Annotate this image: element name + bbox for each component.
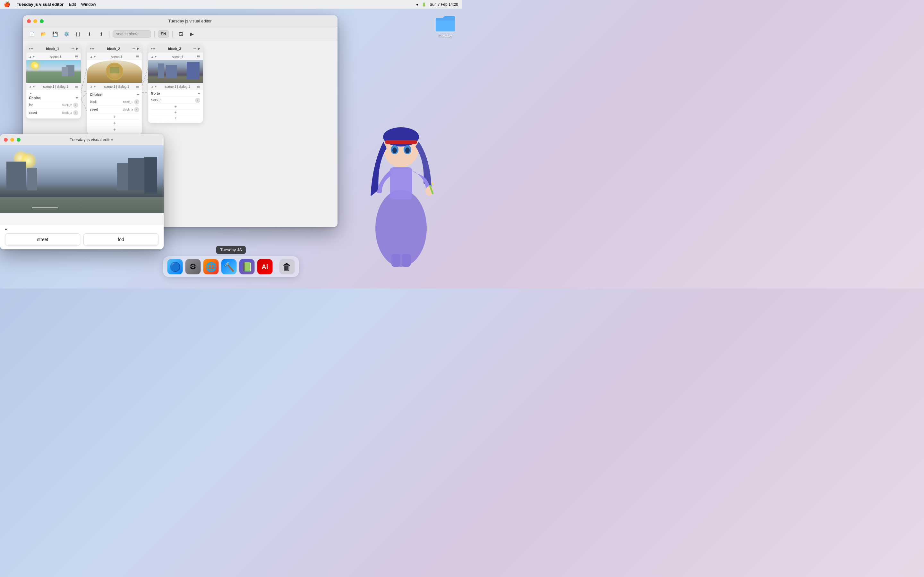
block-1-choice-street: street block_3 › [29,109,78,116]
preview-dialog-dot [5,229,7,230]
block-3-goto-arrow[interactable]: › [195,98,200,103]
dock-xcode[interactable]: 🔨 [221,259,237,274]
edit-menu[interactable]: Edit [69,2,76,7]
block-3-plus-2[interactable]: + [151,109,200,115]
block-2-dialog-menu[interactable]: ☰ [136,84,139,89]
search-input[interactable] [113,31,151,37]
block-1-dialog-section: ▲▼ scene:1 | dialog:1 ☰ Choice ✏ fod blo… [26,83,81,119]
block-1-fod-arrow[interactable]: › [73,103,78,108]
block-2-play-icon[interactable]: ▶ [137,47,139,51]
save-button[interactable]: 💾 [50,29,60,39]
block-2-add-row-2[interactable]: + [90,119,139,126]
svg-rect-18 [391,254,401,267]
block-1-scene-header: ▲▼ scene:1 ☰ [26,53,81,60]
block-1-choice-edit[interactable]: ✏ [76,96,78,100]
preview-minimize-button[interactable] [10,138,14,142]
settings-button[interactable]: ⚙️ [61,29,71,39]
dock-trash[interactable]: 🗑 [279,259,295,274]
preview-scene-image [0,145,164,213]
dock-adobe[interactable]: Ai [257,259,273,274]
block-2-add-row-1[interactable]: + [90,113,139,119]
upload-button[interactable]: ⬆ [85,29,94,39]
preview-maximize-button[interactable] [17,138,21,142]
block-3-title: block_3 [158,47,192,51]
svg-point-14 [405,147,410,153]
block-3-plus-3[interactable]: + [151,115,200,121]
preview-fod-button[interactable]: fod [83,234,158,245]
svg-marker-17 [431,181,433,185]
svg-point-6 [375,190,427,267]
preview-choices-panel: street fod [0,225,164,250]
block-2-scene-menu[interactable]: ☰ [136,55,139,59]
dock: 🔵 ⚙ 🌐 🔨 📗 Ai 🗑 [163,256,299,277]
preview-street-button[interactable]: street [5,234,80,245]
info-button[interactable]: ℹ [96,29,106,39]
svg-rect-19 [402,254,411,267]
block-3-play-icon[interactable]: ▶ [198,47,200,51]
block-1-dialog-dot [30,93,31,94]
block-3-menu[interactable]: ••• [151,46,156,51]
toolbar-separator [109,31,110,37]
minimize-button[interactable] [33,19,37,23]
block-1-menu[interactable]: ••• [29,46,34,51]
wifi-icon: ● [416,2,418,7]
block-1-scene-menu[interactable]: ☰ [75,55,78,59]
story-block-1: ••• block_1 ✏ ▶ ▲▼ scene:1 ☰ [26,44,81,119]
block-1-choice-fod: fod block_2 › [29,101,78,109]
block-2-street-arrow[interactable]: › [134,107,139,112]
xcode-icon: 🔨 [223,261,234,272]
close-button[interactable] [27,19,31,23]
block-2-choice-edit[interactable]: ✏ [137,93,139,97]
maximize-button[interactable] [40,19,44,23]
block-1-dialog-label: scene:1 | dialog:1 [37,85,75,89]
clock: Sun 7 Feb 14:20 [430,2,458,7]
block-3-dialog-menu[interactable]: ☰ [197,84,200,89]
svg-line-2 [142,67,148,86]
block-3-scene-label: scene:1 [158,55,197,59]
block-3-dialog-header: ▲▼ scene:1 | dialog:1 ☰ [148,83,203,90]
block-2-dialog-content: Choice ✏ back block_1 › street block_3 › [87,90,142,134]
new-file-button[interactable]: 📄 [27,29,37,39]
dock-dash[interactable]: 📗 [239,259,255,274]
desktop: tuesday Tuesday js visual editor 📄 📂 💾 ⚙… [0,9,462,279]
block-1-street-arrow[interactable]: › [73,110,78,115]
preview-close-button[interactable] [4,138,8,142]
svg-point-11 [391,145,399,154]
block-1-title: block_1 [36,47,69,51]
toolbar: 📄 📂 💾 ⚙️ { } ⬆ ℹ EN 🖼 ▶ [23,27,338,41]
block-2-edit-icon[interactable]: ✏ [132,47,136,51]
battery-icon: 🔋 [422,2,426,7]
dock-system-preferences[interactable]: ⚙ [186,259,201,274]
svg-point-15 [425,186,433,196]
code-button[interactable]: { } [73,29,83,39]
apple-menu[interactable]: 🍎 [4,1,10,7]
svg-point-12 [404,145,411,154]
dock-firefox[interactable]: 🌐 [204,259,219,274]
block-2-choice-back: back block_1 › [90,98,139,105]
block-3-edit-icon[interactable]: ✏ [194,47,196,51]
preview-window-titlebar: Tuesday js visual editor [0,134,164,145]
block-1-scene-label: scene:1 [37,55,75,59]
block-1-dialog-menu[interactable]: ☰ [75,84,78,89]
block-3-plus-1[interactable]: + [151,103,200,109]
anime-character [340,74,462,267]
block-2-choice-street: street block_3 › [90,105,139,113]
language-selector[interactable]: EN [158,31,169,37]
block-1-edit-icon[interactable]: ✏ [71,47,74,51]
block-2-add-row-3[interactable]: + [90,126,139,132]
block-3-scene-menu[interactable]: ☰ [197,55,200,59]
play-button[interactable]: ▶ [187,29,197,39]
block-2-back-arrow[interactable]: › [134,99,139,105]
block-1-play-icon[interactable]: ▶ [76,47,78,51]
preview-window: Tuesday js visual editor [0,134,164,250]
block-3-goto-edit[interactable]: ✏ [198,92,200,95]
window-menu[interactable]: Window [81,2,96,7]
image-button[interactable]: 🖼 [176,29,186,39]
block-2-menu[interactable]: ••• [90,46,95,51]
dock-finder[interactable]: 🔵 [168,259,183,274]
svg-rect-10 [385,140,417,144]
preview-window-title: Tuesday js visual editor [23,137,160,142]
desktop-folder[interactable]: tuesday [435,15,456,38]
block-2-header: ••• block_2 ✏ ▶ [87,44,142,53]
open-folder-button[interactable]: 📂 [39,29,48,39]
